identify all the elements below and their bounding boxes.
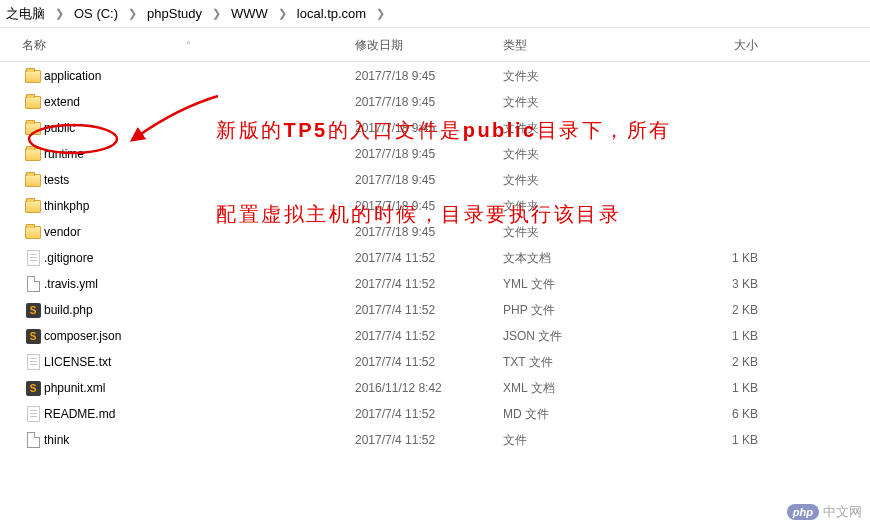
file-name: vendor (44, 225, 355, 239)
column-headers[interactable]: 名称 ˄ 修改日期 类型 大小 (0, 28, 870, 62)
list-item[interactable]: public2017/7/18 9:45文件夹 (0, 115, 870, 141)
file-name: extend (44, 95, 355, 109)
chevron-icon: ❯ (49, 7, 70, 20)
file-date: 2017/7/18 9:45 (355, 199, 503, 213)
folder-icon (25, 96, 41, 109)
list-item[interactable]: extend2017/7/18 9:45文件夹 (0, 89, 870, 115)
file-name: .gitignore (44, 251, 355, 265)
chevron-icon: ❯ (122, 7, 143, 20)
folder-icon (25, 122, 41, 135)
file-size: 6 KB (656, 407, 776, 421)
file-size: 1 KB (656, 251, 776, 265)
text-file-icon (27, 250, 40, 266)
file-date: 2017/7/18 9:45 (355, 69, 503, 83)
header-name[interactable]: 名称 ˄ (22, 37, 355, 54)
file-type: 文件夹 (503, 68, 656, 85)
file-date: 2017/7/18 9:45 (355, 95, 503, 109)
header-date[interactable]: 修改日期 (355, 37, 503, 54)
file-list: application2017/7/18 9:45文件夹extend2017/7… (0, 62, 870, 453)
list-item[interactable]: vendor2017/7/18 9:45文件夹 (0, 219, 870, 245)
file-icon (27, 276, 40, 292)
chevron-icon: ❯ (370, 7, 391, 20)
list-item[interactable]: think2017/7/4 11:52文件1 KB (0, 427, 870, 453)
chevron-icon: ❯ (206, 7, 227, 20)
folder-icon (25, 174, 41, 187)
file-date: 2017/7/4 11:52 (355, 407, 503, 421)
file-type: 文件夹 (503, 172, 656, 189)
file-name: runtime (44, 147, 355, 161)
file-date: 2017/7/4 11:52 (355, 329, 503, 343)
file-type: 文本文档 (503, 250, 656, 267)
file-icon (27, 432, 40, 448)
file-size: 3 KB (656, 277, 776, 291)
file-name: README.md (44, 407, 355, 421)
file-type: XML 文档 (503, 380, 656, 397)
file-name: phpunit.xml (44, 381, 355, 395)
crumb-1[interactable]: OS (C:) (70, 6, 122, 21)
file-type: YML 文件 (503, 276, 656, 293)
crumb-3[interactable]: WWW (227, 6, 272, 21)
list-item[interactable]: README.md2017/7/4 11:52MD 文件6 KB (0, 401, 870, 427)
file-size: 2 KB (656, 303, 776, 317)
file-name: think (44, 433, 355, 447)
php-badge: php (787, 504, 819, 520)
file-date: 2017/7/4 11:52 (355, 277, 503, 291)
sort-icon: ˄ (186, 40, 191, 51)
list-item[interactable]: Sphpunit.xml2016/11/12 8:42XML 文档1 KB (0, 375, 870, 401)
crumb-4[interactable]: local.tp.com (293, 6, 370, 21)
crumb-2[interactable]: phpStudy (143, 6, 206, 21)
crumb-0[interactable]: 之电脑 (2, 5, 49, 23)
list-item[interactable]: Scomposer.json2017/7/4 11:52JSON 文件1 KB (0, 323, 870, 349)
list-item[interactable]: .gitignore2017/7/4 11:52文本文档1 KB (0, 245, 870, 271)
file-type: 文件夹 (503, 224, 656, 241)
file-date: 2017/7/18 9:45 (355, 121, 503, 135)
list-item[interactable]: LICENSE.txt2017/7/4 11:52TXT 文件2 KB (0, 349, 870, 375)
file-type: JSON 文件 (503, 328, 656, 345)
file-name: composer.json (44, 329, 355, 343)
file-date: 2017/7/4 11:52 (355, 433, 503, 447)
list-item[interactable]: Sbuild.php2017/7/4 11:52PHP 文件2 KB (0, 297, 870, 323)
list-item[interactable]: thinkphp2017/7/18 9:45文件夹 (0, 193, 870, 219)
folder-icon (25, 226, 41, 239)
file-type: 文件夹 (503, 146, 656, 163)
header-type[interactable]: 类型 (503, 37, 656, 54)
file-date: 2016/11/12 8:42 (355, 381, 503, 395)
file-date: 2017/7/18 9:45 (355, 147, 503, 161)
file-name: tests (44, 173, 355, 187)
file-name: public (44, 121, 355, 135)
folder-icon (25, 70, 41, 83)
text-file-icon (27, 406, 40, 422)
file-date: 2017/7/4 11:52 (355, 303, 503, 317)
file-size: 1 KB (656, 381, 776, 395)
file-name: application (44, 69, 355, 83)
header-size[interactable]: 大小 (656, 37, 776, 54)
file-date: 2017/7/18 9:45 (355, 225, 503, 239)
chevron-icon: ❯ (272, 7, 293, 20)
file-type: PHP 文件 (503, 302, 656, 319)
file-date: 2017/7/4 11:52 (355, 355, 503, 369)
list-item[interactable]: tests2017/7/18 9:45文件夹 (0, 167, 870, 193)
file-type: 文件夹 (503, 94, 656, 111)
file-type: TXT 文件 (503, 354, 656, 371)
file-name: .travis.yml (44, 277, 355, 291)
list-item[interactable]: application2017/7/18 9:45文件夹 (0, 63, 870, 89)
file-size: 1 KB (656, 329, 776, 343)
watermark: php 中文网 (787, 503, 862, 521)
watermark-site: 中文网 (823, 503, 862, 521)
file-name: LICENSE.txt (44, 355, 355, 369)
breadcrumb[interactable]: 之电脑 ❯ OS (C:) ❯ phpStudy ❯ WWW ❯ local.t… (0, 0, 870, 28)
file-type: 文件夹 (503, 198, 656, 215)
file-type: MD 文件 (503, 406, 656, 423)
sublime-icon: S (26, 303, 41, 318)
file-date: 2017/7/18 9:45 (355, 173, 503, 187)
sublime-icon: S (26, 381, 41, 396)
list-item[interactable]: runtime2017/7/18 9:45文件夹 (0, 141, 870, 167)
list-item[interactable]: .travis.yml2017/7/4 11:52YML 文件3 KB (0, 271, 870, 297)
file-size: 1 KB (656, 433, 776, 447)
file-date: 2017/7/4 11:52 (355, 251, 503, 265)
text-file-icon (27, 354, 40, 370)
folder-icon (25, 148, 41, 161)
file-size: 2 KB (656, 355, 776, 369)
file-name: thinkphp (44, 199, 355, 213)
file-type: 文件夹 (503, 120, 656, 137)
